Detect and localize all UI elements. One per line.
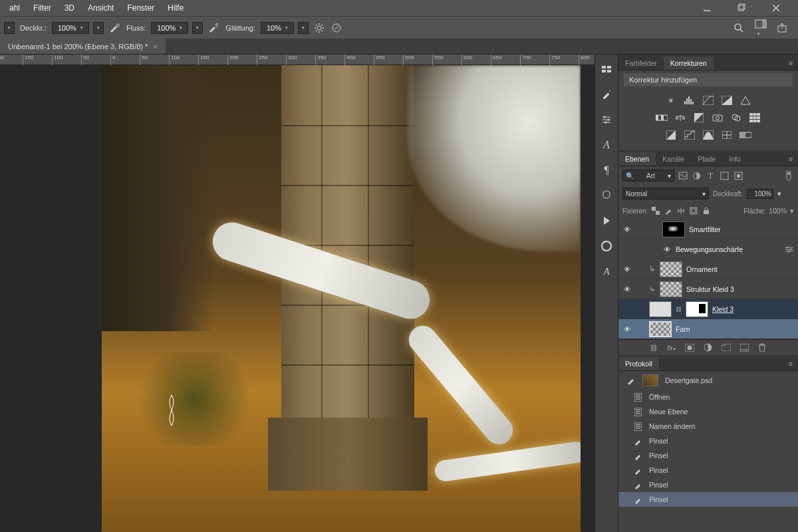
actions-icon[interactable] [600, 214, 613, 227]
menu-item[interactable]: Filter [27, 3, 58, 13]
lock-pixels-icon[interactable] [664, 207, 673, 215]
menu-item[interactable]: ahl [3, 3, 27, 13]
visibility-icon[interactable]: 👁 [622, 325, 632, 333]
history-item[interactable]: Namen ändern [618, 419, 798, 434]
paragraph-icon[interactable]: ¶ [600, 164, 613, 177]
layer-name[interactable]: Bewegungsunschärfe [676, 245, 743, 253]
posterize-icon[interactable] [683, 129, 696, 141]
invert-icon[interactable] [664, 129, 678, 141]
layer-thumb[interactable] [649, 321, 672, 337]
delete-layer-icon[interactable] [758, 343, 766, 352]
visibility-icon[interactable]: 👁 [622, 225, 632, 233]
flow-field[interactable]: 100%▾ [151, 22, 188, 34]
lock-transparent-icon[interactable] [651, 207, 660, 215]
menu-item[interactable]: Hilfe [161, 3, 190, 13]
layer-thumb[interactable] [660, 261, 682, 277]
hue-icon[interactable] [655, 112, 668, 124]
tab-info[interactable]: Info [722, 152, 747, 166]
history-item[interactable]: Neue Ebene [618, 404, 798, 419]
gradient-map-icon[interactable] [739, 129, 752, 141]
layer-mask-thumb[interactable] [686, 301, 708, 317]
menu-item[interactable]: Ansicht [81, 3, 120, 13]
layer-mask-thumb[interactable] [662, 221, 685, 237]
channel-mixer-icon[interactable] [730, 112, 743, 124]
smoothing-field[interactable]: 10%▾ [261, 22, 294, 34]
vibrance-icon[interactable] [739, 94, 752, 106]
tool-preset-dropdown[interactable]: ▾ [4, 22, 15, 34]
panel-menu-icon[interactable]: ≡ [783, 357, 798, 370]
layer-row[interactable]: 👁 Bewegungsunschärfe [618, 239, 798, 259]
glyphs-icon[interactable] [600, 189, 613, 202]
tab-channels[interactable]: Kanäle [656, 152, 691, 166]
history-item[interactable]: Pinsel [618, 434, 798, 448]
tab-adjustments[interactable]: Korrekturen [664, 57, 714, 70]
history-item[interactable]: Pinsel [618, 477, 798, 492]
lock-position-icon[interactable] [676, 207, 686, 215]
minimize-icon[interactable] [696, 3, 718, 13]
libraries-icon[interactable] [600, 63, 613, 76]
panel-menu-icon[interactable]: ≡ [783, 152, 798, 166]
maximize-icon[interactable] [730, 3, 753, 13]
link-layers-icon[interactable]: ⛓ [650, 344, 658, 352]
tab-layers[interactable]: Ebenen [618, 152, 656, 166]
layer-fill-field[interactable]: 100% [769, 207, 787, 215]
brush-settings-icon[interactable] [600, 113, 613, 126]
visibility-icon[interactable]: 👁 [622, 265, 632, 273]
share-icon[interactable] [777, 23, 787, 33]
lock-all-icon[interactable] [702, 207, 711, 215]
layer-row[interactable]: ⛓ Kleid 3 [618, 299, 798, 319]
tab-paths[interactable]: Pfade [691, 152, 722, 166]
filter-settings-icon[interactable] [785, 246, 794, 253]
layer-name[interactable]: Smartfilter [689, 225, 721, 233]
pressure-size-icon[interactable] [330, 21, 343, 35]
smoothing-stepper[interactable]: ▾ [298, 22, 309, 34]
document-tab[interactable]: Unbenannt-1 bei 200% (Ebene 3, RGB/8) * … [0, 39, 166, 54]
filter-toggle-icon[interactable] [783, 170, 794, 181]
color-lookup-icon[interactable] [748, 112, 761, 124]
close-tab-icon[interactable]: × [153, 43, 157, 51]
layer-thumb[interactable] [649, 301, 672, 317]
horizontal-ruler[interactable]: 2001501005005010015020025030035040045050… [0, 55, 595, 65]
workspace-switcher-icon[interactable]: ▾ [755, 19, 767, 37]
character-icon[interactable]: A [600, 138, 613, 152]
threshold-icon[interactable] [702, 129, 715, 141]
layer-row[interactable]: 👁 ↳ Struktur Kleid 3 [618, 279, 798, 299]
pressure-opacity-icon[interactable] [108, 21, 121, 35]
cc-libraries-icon[interactable] [600, 239, 613, 253]
search-icon[interactable] [733, 23, 744, 33]
filter-smart-icon[interactable] [733, 172, 744, 180]
visibility-icon[interactable]: 👁 [622, 285, 632, 293]
brightness-icon[interactable]: ☀ [664, 94, 678, 106]
layer-name[interactable]: Ornament [686, 265, 718, 273]
opacity-field[interactable]: 100%▾ [52, 22, 89, 34]
lock-artboard-icon[interactable] [689, 207, 698, 215]
menu-item[interactable]: 3D [58, 3, 81, 13]
canvas[interactable] [102, 65, 581, 532]
layer-opacity-field[interactable]: 100% [747, 189, 773, 199]
visibility-icon[interactable]: 👁 [662, 245, 672, 253]
history-snapshot[interactable]: Desertgate.psd [618, 371, 798, 390]
tab-history[interactable]: Protokoll [618, 357, 659, 370]
tab-swatches[interactable]: Farbfelder [618, 57, 664, 70]
layer-row[interactable]: 👁 Smartfilter [618, 219, 798, 239]
airbrush-icon[interactable] [207, 21, 220, 35]
history-brush-icon[interactable] [626, 376, 636, 385]
opacity-stepper[interactable]: ▾ [93, 22, 104, 34]
filter-adjustment-icon[interactable] [691, 172, 702, 180]
layer-name[interactable]: Kleid 3 [712, 305, 733, 313]
selective-color-icon[interactable] [720, 129, 733, 141]
history-item[interactable]: Pinsel [618, 448, 798, 463]
brushes-icon[interactable] [600, 88, 613, 101]
close-icon[interactable] [765, 3, 787, 13]
layer-name[interactable]: Struktur Kleid 3 [686, 285, 734, 293]
link-icon[interactable]: ⛓ [676, 306, 682, 313]
menu-item[interactable]: Fenster [120, 3, 161, 13]
flow-stepper[interactable]: ▾ [192, 22, 203, 34]
filter-type-icon[interactable]: T [705, 171, 716, 181]
bw-icon[interactable] [692, 112, 706, 124]
filter-shape-icon[interactable] [719, 172, 730, 180]
layer-name[interactable]: Farn [676, 325, 690, 333]
layer-row[interactable]: 👁 ↳ Ornament [618, 259, 798, 279]
new-adjustment-icon[interactable] [704, 343, 712, 352]
add-mask-icon[interactable] [685, 344, 694, 352]
